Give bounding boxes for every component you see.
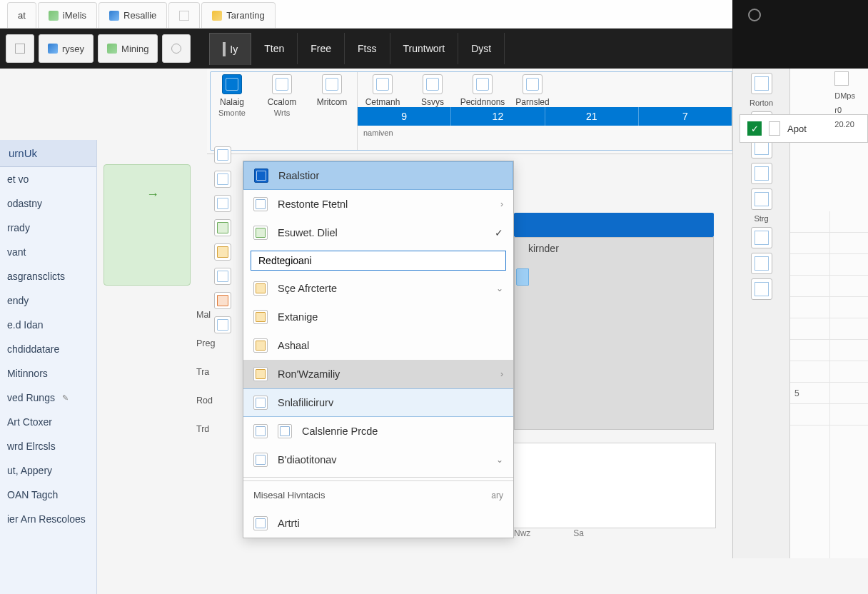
- left-nav-item[interactable]: vant: [0, 240, 96, 264]
- seg-label: Mining: [121, 44, 148, 54]
- square-icon: [223, 42, 226, 56]
- grid-cell[interactable]: [790, 276, 868, 297]
- menu-item-ashaal[interactable]: Ashaal: [243, 331, 513, 360]
- grid-cell[interactable]: [790, 254, 868, 276]
- left-nav-item[interactable]: ut, Appery: [0, 458, 96, 483]
- left-nav-item[interactable]: chdiddatare: [0, 337, 96, 361]
- grid-cell[interactable]: [790, 211, 868, 233]
- left-nav-item[interactable]: Mitinnors: [0, 361, 96, 386]
- menu-label: Snlafilicirurv: [278, 397, 333, 408]
- tool-icon[interactable]: [751, 227, 772, 248]
- thumb-icon: [109, 11, 119, 21]
- folder-icon: [212, 11, 222, 21]
- menu-item-afrcterte[interactable]: Sçe Afrcterte⌄: [243, 274, 513, 303]
- page-icon: [278, 424, 292, 438]
- menu-footer[interactable]: Misesal Hivntacisary: [243, 480, 513, 509]
- tool-icon[interactable]: [751, 163, 772, 184]
- grid-cell[interactable]: [790, 233, 868, 254]
- status-b: Sa: [573, 528, 584, 538]
- menu-item-snlafi[interactable]: Snlafilicirurv: [243, 388, 513, 417]
- grid-cell[interactable]: [790, 318, 868, 340]
- left-nav-item[interactable]: ved Rungs: [0, 386, 96, 410]
- status-row: Nwz Sa: [514, 528, 584, 538]
- tool-label: Strg: [754, 214, 768, 223]
- mini-icon[interactable]: [834, 71, 849, 86]
- chevron-down-icon: ⌄: [496, 455, 503, 465]
- tool-icon[interactable]: [751, 188, 772, 210]
- grid-cell[interactable]: [790, 361, 868, 383]
- dark-tab-label: Dyst: [471, 43, 491, 54]
- rail-icon[interactable]: [214, 316, 231, 333]
- right-grid-label: Apot: [787, 124, 807, 134]
- left-nav-item[interactable]: asgransclicts: [0, 264, 96, 288]
- right-label: r0: [834, 106, 842, 114]
- left-nav-item[interactable]: ier Arn Rescoloes: [0, 507, 96, 531]
- menu-item-bdiaot[interactable]: B'diaotitonav⌄: [243, 446, 513, 474]
- rail-icon[interactable]: [214, 171, 231, 188]
- rail-icon[interactable]: [214, 292, 231, 309]
- grid-cell[interactable]: [790, 297, 868, 318]
- dark-tab-iy[interactable]: Iy: [209, 33, 251, 65]
- top-tab-at[interactable]: at: [7, 2, 36, 28]
- right-dark-corner: [732, 0, 868, 69]
- side-tab-handle[interactable]: [516, 268, 529, 286]
- dark-tab-dyst[interactable]: Dyst: [458, 33, 505, 64]
- top-tab-blank[interactable]: [168, 2, 200, 28]
- left-nav-item[interactable]: endy: [0, 288, 96, 313]
- left-nav-header: urnUk: [0, 140, 96, 167]
- sticky-note[interactable]: [104, 164, 191, 286]
- tab-label: Resallie: [123, 10, 156, 21]
- tool-icon[interactable]: [751, 253, 772, 274]
- leaf-icon: [49, 11, 59, 21]
- seg-small[interactable]: [6, 34, 34, 63]
- menu-item-ronwza[interactable]: Ron'Wzamiliy›: [243, 360, 513, 388]
- seg-user[interactable]: [162, 34, 191, 63]
- dark-tab-label: Truntwort: [403, 43, 445, 54]
- left-nav-item[interactable]: rrady: [0, 216, 96, 240]
- grid-cell[interactable]: [790, 404, 868, 426]
- top-tab-taranting[interactable]: Taranting: [201, 2, 275, 28]
- top-tab-resallie[interactable]: Resallie: [99, 2, 167, 28]
- tool-icon[interactable]: [751, 278, 772, 300]
- menu-item-raalstior[interactable]: Raalstior: [243, 161, 513, 190]
- grid-cell[interactable]: [790, 340, 868, 361]
- menu-item-extanige[interactable]: Extanige: [243, 303, 513, 331]
- mid-label-column: Mal Preg Tra Rod Trd: [196, 307, 238, 594]
- menu-item-artrti[interactable]: Artrti: [243, 509, 513, 538]
- canvas-title-bar[interactable]: [514, 213, 714, 237]
- grid-cell[interactable]: 5: [790, 383, 868, 404]
- rail-icon[interactable]: [214, 243, 231, 261]
- left-nav-item[interactable]: et vo: [0, 167, 96, 191]
- seg-rysey[interactable]: rysey: [39, 34, 94, 63]
- left-nav-item[interactable]: e.d Idan: [0, 313, 96, 337]
- menu-search-input[interactable]: [251, 251, 506, 271]
- rail-icon[interactable]: [214, 219, 231, 236]
- tab-label: iMelis: [63, 10, 86, 21]
- card-icon: [253, 516, 268, 530]
- menu-item-restonte[interactable]: Restonte Ftetnl›: [243, 190, 513, 218]
- rail-icon[interactable]: [214, 195, 231, 212]
- left-nav-item[interactable]: odastny: [0, 191, 96, 216]
- star-icon: [253, 281, 268, 296]
- settings-icon[interactable]: [748, 9, 761, 21]
- seg-mining[interactable]: Mining: [98, 34, 158, 63]
- left-nav-item[interactable]: Art Ctoxer: [0, 410, 96, 434]
- dark-tab-tten[interactable]: Tten: [251, 33, 298, 64]
- top-tab-imelis[interactable]: iMelis: [38, 2, 97, 28]
- rail-icon[interactable]: [214, 146, 231, 163]
- left-nav-item[interactable]: wrd Elrcsls: [0, 434, 96, 458]
- dark-tab-truntwort[interactable]: Truntwort: [390, 33, 459, 64]
- dark-tab-free[interactable]: Free: [298, 33, 345, 64]
- chevron-right-icon: ›: [500, 369, 503, 379]
- menu-item-esuwet[interactable]: Esuwet. Dliel✓: [243, 218, 513, 247]
- rail-icon[interactable]: [214, 268, 231, 285]
- left-nav-item[interactable]: OAN Tagch: [0, 483, 96, 507]
- chevron-right-icon: ›: [500, 199, 503, 209]
- tool-icon[interactable]: [751, 73, 772, 94]
- check-icon[interactable]: ✓: [747, 121, 762, 136]
- menu-footer-label: Misesal Hivntacis: [253, 490, 325, 500]
- dark-tab-ftss[interactable]: Ftss: [345, 33, 390, 64]
- menu-label: Restonte Ftetnl: [278, 198, 348, 210]
- menu-item-calslen[interactable]: Calslenrie Prcde: [243, 417, 513, 446]
- status-a: Nwz: [514, 528, 530, 538]
